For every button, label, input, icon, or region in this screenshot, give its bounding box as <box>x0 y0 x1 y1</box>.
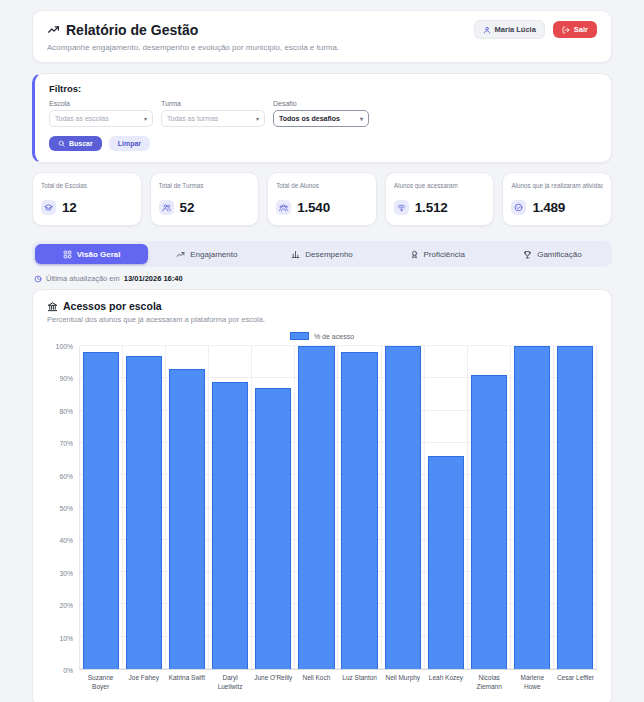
x-tick-label: Cesar Leffler <box>554 674 597 692</box>
bar-column <box>80 346 123 669</box>
legend-swatch <box>290 332 309 340</box>
bank-icon <box>47 301 58 312</box>
x-tick-label: Marlene Howe <box>511 674 554 692</box>
y-tick-label: 20% <box>59 602 73 609</box>
stat-value: 12 <box>62 200 77 215</box>
bar[interactable] <box>385 346 421 669</box>
search-button[interactable]: Buscar <box>49 136 102 151</box>
filter-field-escola: Escola Todas as escolas ▾ <box>49 100 153 127</box>
bar-column <box>209 346 252 669</box>
turma-select[interactable]: Todas as turmas ▾ <box>161 110 265 127</box>
desafio-select-value: Todos os desafios <box>279 115 340 122</box>
last-update: Última atualização em 13/01/2026 16:40 <box>34 274 612 283</box>
bar-chart-icon <box>291 250 300 259</box>
tab-visao-geral[interactable]: Visão Geral <box>35 244 148 264</box>
bar[interactable] <box>514 346 550 669</box>
bar-column <box>252 346 295 669</box>
stat-card-turmas: Total de Turmas 52 <box>150 172 260 226</box>
tab-gamificacao[interactable]: Gamificação <box>496 244 609 264</box>
filter-field-desafio: Desafio Todos os desafios ▾ <box>273 100 369 127</box>
x-tick-label: Leah Kozey <box>424 674 467 692</box>
bar-column <box>166 346 209 669</box>
bar[interactable] <box>298 346 334 669</box>
activity-icon <box>47 23 60 36</box>
logout-label: Sair <box>574 25 588 34</box>
x-tick-label: Neil Murphy <box>381 674 424 692</box>
user-name: Maria Lúcia <box>495 25 536 34</box>
y-axis: 0%10%20%30%40%50%60%70%80%90%100% <box>47 346 79 670</box>
header-card: Relatório de Gestão Maria Lúcia Sair Aco… <box>32 10 612 63</box>
tab-proficiencia[interactable]: Proficiência <box>381 244 494 264</box>
search-label: Buscar <box>69 140 93 147</box>
y-tick-label: 50% <box>59 505 73 512</box>
bar[interactable] <box>428 456 464 669</box>
escola-select[interactable]: Todas as escolas ▾ <box>49 110 153 127</box>
page-container: Relatório de Gestão Maria Lúcia Sair Aco… <box>32 10 612 702</box>
bar-column <box>511 346 554 669</box>
tabs-bar: Visão Geral Engajamento Desempenho Profi… <box>32 241 612 267</box>
x-tick-label: Joe Fahey <box>122 674 165 692</box>
stat-card-alunos: Total de Alunos 1.540 <box>267 172 377 226</box>
bar[interactable] <box>169 369 205 669</box>
clock-icon <box>34 275 42 283</box>
trending-up-icon <box>176 250 185 259</box>
chart-subtitle: Percentual dos alunos que já acessaram a… <box>47 315 597 324</box>
bar-column <box>295 346 338 669</box>
clear-label: Limpar <box>118 140 141 147</box>
page-title: Relatório de Gestão <box>66 22 198 38</box>
bar-column <box>468 346 511 669</box>
chart-plot <box>79 346 597 670</box>
x-axis: Suzanne BoyerJoe FaheyKatrina SwiftDaryl… <box>79 674 597 692</box>
bar[interactable] <box>83 352 119 669</box>
stat-value: 1.540 <box>297 200 330 215</box>
chevron-down-icon: ▾ <box>360 115 363 122</box>
turma-select-value: Todas as turmas <box>167 115 218 122</box>
chart-legend[interactable]: % de acesso <box>47 332 597 340</box>
user-group-icon <box>276 200 291 215</box>
y-tick-label: 10% <box>59 635 73 642</box>
legend-label: % de acesso <box>314 333 354 340</box>
graduation-cap-icon <box>41 200 56 215</box>
stat-card-acessaram: Alunos que acessaram 1.512 <box>385 172 495 226</box>
bar-column <box>425 346 468 669</box>
filters-heading: Filtros: <box>49 83 597 94</box>
bar[interactable] <box>212 382 248 669</box>
stat-value: 52 <box>180 200 195 215</box>
logout-button[interactable]: Sair <box>553 21 597 38</box>
tab-label: Gamificação <box>537 250 581 259</box>
x-tick-label: Suzanne Boyer <box>79 674 122 692</box>
tab-label: Visão Geral <box>77 250 121 259</box>
user-icon <box>483 26 491 34</box>
stats-row: Total de Escolas 12 Total de Turmas 52 T… <box>32 172 612 226</box>
filters-card: Filtros: Escola Todas as escolas ▾ Turma… <box>32 73 612 163</box>
y-tick-label: 30% <box>59 570 73 577</box>
page-subtitle: Acompanhe engajamento, desempenho e evol… <box>47 43 597 52</box>
logout-icon <box>562 26 570 34</box>
stat-label: Total de Alunos <box>276 182 368 189</box>
filter-label-escola: Escola <box>49 100 153 107</box>
stat-label: Alunos que já realizaram atividades <box>511 182 603 189</box>
chevron-down-icon: ▾ <box>144 115 147 122</box>
bar[interactable] <box>126 356 162 669</box>
bar-column <box>382 346 425 669</box>
stat-label: Total de Escolas <box>41 182 133 189</box>
tab-engajamento[interactable]: Engajamento <box>150 244 263 264</box>
y-tick-label: 60% <box>59 473 73 480</box>
bar[interactable] <box>471 375 507 669</box>
bar[interactable] <box>341 352 377 669</box>
stat-value: 1.512 <box>415 200 448 215</box>
tab-desempenho[interactable]: Desempenho <box>265 244 378 264</box>
bar-column <box>338 346 381 669</box>
y-tick-label: 0% <box>63 667 73 674</box>
y-tick-label: 70% <box>59 440 73 447</box>
desafio-select[interactable]: Todos os desafios ▾ <box>273 110 369 127</box>
bar[interactable] <box>557 346 593 669</box>
x-tick-label: Nell Koch <box>295 674 338 692</box>
bar-column <box>554 346 597 669</box>
bar[interactable] <box>255 388 291 669</box>
clear-button[interactable]: Limpar <box>109 136 150 151</box>
users-icon <box>159 200 174 215</box>
chart-card: Acessos por escola Percentual dos alunos… <box>32 289 612 702</box>
search-icon <box>58 140 65 147</box>
user-chip[interactable]: Maria Lúcia <box>474 20 545 39</box>
